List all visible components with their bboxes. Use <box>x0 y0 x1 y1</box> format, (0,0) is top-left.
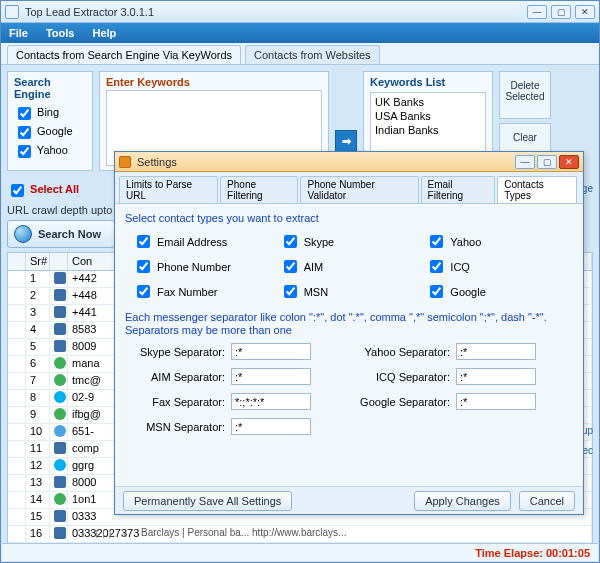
engine-bing[interactable]: Bing <box>14 106 59 118</box>
fax-sep-input[interactable] <box>231 393 311 410</box>
row-select[interactable] <box>8 492 26 508</box>
engine-yahoo-checkbox[interactable] <box>18 145 31 158</box>
tab-search-engine[interactable]: Contacts from Search Engine Via KeyWords <box>7 45 241 64</box>
tab-phone-filtering[interactable]: Phone Filtering <box>220 176 298 203</box>
skype-icon <box>54 391 66 403</box>
aim-sep-input[interactable] <box>231 368 311 385</box>
settings-maximize-button[interactable]: ▢ <box>537 155 557 169</box>
type-msn[interactable]: MSN <box>280 282 427 301</box>
search-engine-panel: Search Engine Bing Google Yahoo <box>7 71 93 171</box>
main-tabs: Contacts from Search Engine Via KeyWords… <box>1 43 599 65</box>
perm-save-button[interactable]: Permanently Save All Settings <box>123 491 292 511</box>
phone-icon <box>54 476 66 488</box>
tab-email-filtering[interactable]: Email Filtering <box>421 176 496 203</box>
row-select[interactable] <box>8 458 26 474</box>
search-now-label: Search Now <box>38 228 101 240</box>
globe-icon <box>14 225 32 243</box>
row-sr: 3 <box>26 305 50 321</box>
engine-yahoo[interactable]: Yahoo <box>14 144 68 156</box>
row-select[interactable] <box>8 475 26 491</box>
type-phone[interactable]: Phone Number <box>133 257 280 276</box>
tab-contacts-types[interactable]: Contacts Types <box>497 176 577 203</box>
settings-minimize-button[interactable]: — <box>515 155 535 169</box>
keyword-item[interactable]: Indian Banks <box>375 123 481 137</box>
type-skype-checkbox[interactable] <box>284 235 297 248</box>
type-email-checkbox[interactable] <box>137 235 150 248</box>
row-icon-cell <box>50 407 68 423</box>
type-aim-checkbox[interactable] <box>284 260 297 273</box>
cancel-button[interactable]: Cancel <box>519 491 575 511</box>
row-select[interactable] <box>8 526 26 542</box>
skype-sep-input[interactable] <box>231 343 311 360</box>
row-select[interactable] <box>8 356 26 372</box>
maximize-button[interactable]: ▢ <box>551 5 571 19</box>
titlebar: Top Lead Extractor 3.0.1.1 — ▢ ✕ <box>1 1 599 23</box>
row-icon-cell <box>50 288 68 304</box>
menu-tools[interactable]: Tools <box>46 27 75 39</box>
type-skype[interactable]: Skype <box>280 232 427 251</box>
type-icq[interactable]: ICQ <box>426 257 573 276</box>
type-phone-checkbox[interactable] <box>137 260 150 273</box>
type-yahoo[interactable]: Yahoo <box>426 232 573 251</box>
delete-selected-button[interactable]: Delete Selected <box>499 71 551 119</box>
keyword-item[interactable]: USA Banks <box>375 109 481 123</box>
apply-changes-button[interactable]: Apply Changes <box>414 491 511 511</box>
tab-phone-validator[interactable]: Phone Number Validator <box>300 176 418 203</box>
msn-sep-input[interactable] <box>231 418 311 435</box>
type-fax-checkbox[interactable] <box>137 285 150 298</box>
row-icon-cell <box>50 339 68 355</box>
tab-limits[interactable]: Limits to Parse URL <box>119 176 218 203</box>
type-aim[interactable]: AIM <box>280 257 427 276</box>
type-yahoo-checkbox[interactable] <box>430 235 443 248</box>
menu-help[interactable]: Help <box>92 27 116 39</box>
fax-sep-label: Fax Separator: <box>133 396 225 408</box>
row-select[interactable] <box>8 339 26 355</box>
minimize-button[interactable]: — <box>527 5 547 19</box>
row-select[interactable] <box>8 390 26 406</box>
yahoo-sep-input[interactable] <box>456 343 536 360</box>
type-google[interactable]: Google <box>426 282 573 301</box>
row-select[interactable] <box>8 271 26 287</box>
engine-google[interactable]: Google <box>14 125 73 137</box>
row-icon-cell <box>50 424 68 440</box>
google-sep-label: Google Separator: <box>358 396 450 408</box>
search-now-button[interactable]: Search Now <box>7 220 115 248</box>
ec-link-partial[interactable]: ec <box>582 445 593 456</box>
icq-sep-label: ICQ Separator: <box>358 371 450 383</box>
row-select[interactable] <box>8 407 26 423</box>
close-button[interactable]: ✕ <box>575 5 595 19</box>
select-all-label: Select All <box>30 183 79 195</box>
row-select[interactable] <box>8 441 26 457</box>
phone-icon <box>54 306 66 318</box>
row-icon-cell <box>50 441 68 457</box>
row-select[interactable] <box>8 509 26 525</box>
row-sr: 13 <box>26 475 50 491</box>
type-email[interactable]: Email Address <box>133 232 280 251</box>
row-select[interactable] <box>8 305 26 321</box>
menu-file[interactable]: File <box>9 27 28 39</box>
google-sep-input[interactable] <box>456 393 536 410</box>
engine-bing-checkbox[interactable] <box>18 107 31 120</box>
row-select[interactable] <box>8 373 26 389</box>
row-select[interactable] <box>8 322 26 338</box>
type-msn-checkbox[interactable] <box>284 285 297 298</box>
below-grid-text: Barclays | Personal ba... http://www.bar… <box>141 527 346 538</box>
row-icon-cell <box>50 271 68 287</box>
settings-footer: Permanently Save All Settings Apply Chan… <box>115 486 583 514</box>
add-keyword-button[interactable]: ➡ <box>335 130 357 152</box>
keyword-item[interactable]: UK Banks <box>375 95 481 109</box>
type-google-checkbox[interactable] <box>430 285 443 298</box>
app-icon <box>5 5 19 19</box>
col-sr[interactable]: Sr# <box>26 253 50 270</box>
tab-websites[interactable]: Contacts from Websites <box>245 45 380 64</box>
icq-sep-input[interactable] <box>456 368 536 385</box>
type-icq-checkbox[interactable] <box>430 260 443 273</box>
type-fax[interactable]: Fax Number <box>133 282 280 301</box>
scrollbar-hint[interactable]: ‹ III › <box>81 529 130 540</box>
engine-google-checkbox[interactable] <box>18 126 31 139</box>
select-all-checkbox[interactable] <box>11 184 24 197</box>
settings-close-button[interactable]: ✕ <box>559 155 579 169</box>
row-icon-cell <box>50 475 68 491</box>
row-select[interactable] <box>8 424 26 440</box>
row-select[interactable] <box>8 288 26 304</box>
